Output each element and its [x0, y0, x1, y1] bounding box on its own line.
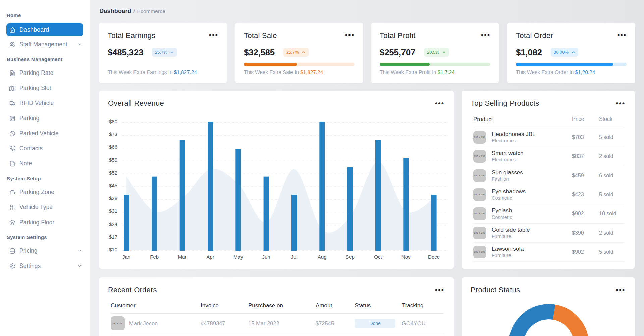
svg-text:$31: $31	[109, 208, 117, 214]
svg-text:$10: $10	[109, 247, 117, 252]
svg-text:May: May	[233, 254, 243, 260]
svg-text:Apr: Apr	[206, 254, 214, 260]
svg-text:Jul: Jul	[291, 254, 297, 260]
svg-text:$24: $24	[109, 221, 117, 227]
svg-text:$52: $52	[109, 170, 117, 176]
svg-text:Oct: Oct	[374, 254, 382, 260]
svg-text:$38: $38	[109, 195, 117, 201]
svg-text:$73: $73	[109, 131, 117, 137]
svg-text:Jun: Jun	[262, 254, 270, 260]
svg-text:Feb: Feb	[150, 254, 159, 260]
svg-text:$59: $59	[109, 157, 117, 163]
svg-text:$80: $80	[109, 118, 117, 124]
svg-text:$17: $17	[109, 234, 117, 240]
svg-text:Dece: Dece	[428, 254, 440, 260]
svg-text:Aug: Aug	[318, 254, 327, 260]
svg-text:Jan: Jan	[122, 254, 130, 260]
svg-text:Mar: Mar	[178, 254, 187, 260]
svg-text:Sep: Sep	[345, 254, 355, 260]
svg-text:$45: $45	[109, 183, 117, 188]
svg-text:Nov: Nov	[401, 254, 411, 260]
svg-text:$66: $66	[109, 144, 117, 150]
